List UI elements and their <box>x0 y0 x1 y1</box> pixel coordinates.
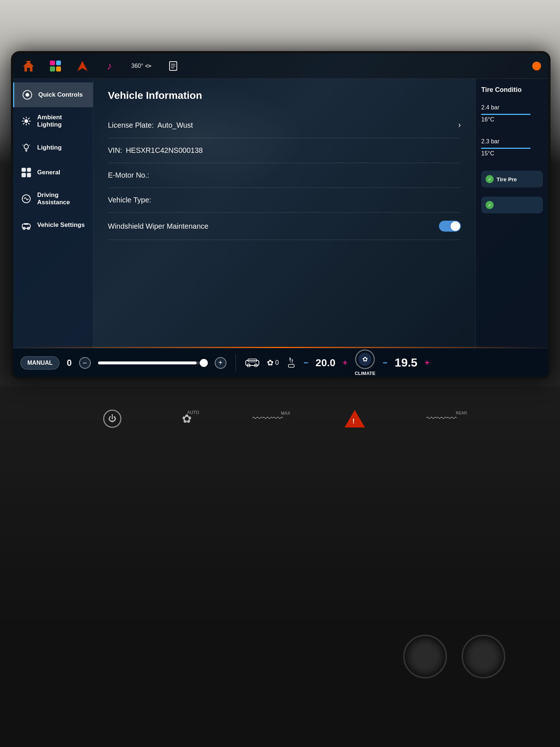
home-nav-icon[interactable] <box>20 58 36 74</box>
speed-slider-fill <box>98 361 197 364</box>
vehicle-type-label: Vehicle Type: <box>108 196 151 204</box>
lighting-icon <box>20 142 32 154</box>
svg-rect-34 <box>288 364 294 367</box>
tire-condition-title: Tire Conditio <box>481 86 543 94</box>
speed-slider[interactable] <box>98 361 207 364</box>
rear-defrost-button[interactable]: 〰〰〰 REAR <box>426 413 457 425</box>
license-plate-chevron-icon: › <box>458 120 461 130</box>
right-temp-increase-button[interactable]: + <box>425 358 429 368</box>
climate-dial-circle: ✿ <box>355 349 375 369</box>
climate-dial-inner: ✿ <box>358 353 372 366</box>
fan-auto-label: AUTO <box>187 410 199 415</box>
notification-area <box>532 62 541 70</box>
seat-heat-icon <box>286 356 296 369</box>
left-temp-increase-button[interactable]: + <box>343 358 347 368</box>
manual-mode-button[interactable]: MANUAL <box>20 356 59 369</box>
bottom-control-bar: MANUAL 0 − + <box>13 348 548 377</box>
svg-marker-3 <box>151 65 151 67</box>
page-title: Vehicle Information <box>108 90 461 101</box>
navigate-nav-icon[interactable] <box>74 58 90 74</box>
tire-reading-bottom-right: 2.3 bar 15°C <box>481 137 543 158</box>
sidebar-item-ambient-lighting[interactable]: Ambient Lighting <box>13 107 93 135</box>
tire-bar-value-2: 2.3 bar <box>481 137 543 146</box>
tire-second-check-icon: ✓ <box>486 201 494 209</box>
music-nav-icon[interactable]: ♪ <box>101 58 117 74</box>
music-note-icon: ♪ <box>107 60 112 72</box>
svg-marker-2 <box>77 61 88 71</box>
grid-shape <box>50 61 61 71</box>
hazard-button[interactable] <box>344 409 366 429</box>
speed-slider-handle[interactable] <box>200 359 208 367</box>
svg-point-10 <box>24 119 28 123</box>
general-icon <box>20 167 32 178</box>
quick-controls-icon <box>22 89 33 101</box>
sidebar-item-quick-controls[interactable]: Quick Controls <box>13 82 93 107</box>
sidebar-item-general[interactable]: General <box>13 160 93 185</box>
fan-speed-value: 0 <box>275 359 279 367</box>
svg-rect-21 <box>26 151 27 152</box>
climate-dial[interactable]: ✿ CLIMATE <box>355 349 376 376</box>
main-screen: ♪ 360° <box>11 51 551 379</box>
right-temp-value: 19.5 <box>395 356 417 369</box>
windshield-wiper-row[interactable]: Windshield Wiper Maintenance <box>108 213 461 240</box>
360-nav-icon[interactable]: 360° <box>128 58 154 74</box>
speed-decrease-button[interactable]: − <box>79 357 91 369</box>
sidebar-item-lighting[interactable]: Lighting <box>13 135 93 160</box>
speed-increase-button[interactable]: + <box>215 357 226 369</box>
tire-temp-value-1: 16°C <box>481 115 543 124</box>
screen-content: ♪ 360° <box>13 53 548 377</box>
windshield-wiper-toggle[interactable] <box>439 221 461 232</box>
svg-rect-1 <box>26 61 31 62</box>
car-icon-bottom <box>245 357 260 369</box>
right-temp-decrease-button[interactable]: − <box>383 358 388 368</box>
grid-nav-icon[interactable] <box>47 58 63 74</box>
sidebar-driving-assistance-label: Driving Assistance <box>37 191 86 206</box>
e-motor-row: E-Motor No.: <box>108 163 461 188</box>
rear-label: REAR <box>456 411 467 415</box>
vin-value: HESXR1C42NS000138 <box>126 146 203 155</box>
license-plate-value: Auto_Wust <box>158 121 193 129</box>
tire-condition-panel: Tire Conditio 2.4 bar 16°C 2.3 bar 15°C … <box>475 79 548 348</box>
hazard-triangle-icon <box>345 410 365 427</box>
top-nav-bar: ♪ 360° <box>13 53 548 79</box>
cupholder-right <box>462 635 505 678</box>
tire-temp-value-2: 15°C <box>481 149 543 158</box>
vehicle-settings-icon <box>20 220 32 231</box>
svg-marker-0 <box>23 61 34 71</box>
left-temp-decrease-button[interactable]: − <box>304 358 308 368</box>
svg-point-9 <box>26 93 29 97</box>
svg-line-18 <box>23 123 24 124</box>
tire-second-check-button[interactable]: ✓ <box>481 197 543 213</box>
windshield-wiper-label: Windshield Wiper Maintenance <box>108 222 209 231</box>
svg-line-16 <box>28 123 30 124</box>
sidebar-quick-controls-label: Quick Controls <box>38 91 83 98</box>
vin-row: VIN: HESXR1C42NS000138 <box>108 138 461 163</box>
svg-rect-29 <box>24 223 28 225</box>
360-text: 360° <box>131 63 143 69</box>
sidebar-lighting-label: Lighting <box>37 144 62 151</box>
notification-dot <box>532 62 541 70</box>
tire-pre-button[interactable]: ✓ Tire Pre <box>481 171 543 187</box>
sidebar-ambient-lighting-label: Ambient Lighting <box>37 114 86 129</box>
grid-cell-1 <box>50 61 55 66</box>
license-plate-row[interactable]: License Plate: Auto_Wust › <box>108 112 461 138</box>
left-temp-value: 20.0 <box>316 357 336 369</box>
driving-assistance-icon <box>20 193 32 205</box>
svg-rect-20 <box>25 150 27 151</box>
power-button[interactable]: ⏻ <box>103 410 121 428</box>
sidebar-item-driving-assistance[interactable]: Driving Assistance <box>13 185 93 213</box>
svg-line-17 <box>28 118 30 119</box>
document-nav-icon[interactable] <box>165 58 181 74</box>
grid-cell-2 <box>56 61 61 66</box>
fan-control: ✿ 0 <box>267 358 279 368</box>
general-grid-icon <box>22 168 31 177</box>
fan-auto-button[interactable]: ✿ AUTO <box>182 412 192 426</box>
main-content-area: Quick Controls <box>13 79 548 348</box>
fan-max-button[interactable]: 〰〰〰 MAX <box>252 413 283 425</box>
sidebar-general-label: General <box>37 169 60 176</box>
physical-controls-panel: ⏻ ✿ AUTO 〰〰〰 MAX 〰〰〰 REAR <box>0 387 560 747</box>
sidebar-item-vehicle-settings[interactable]: Vehicle Settings <box>13 213 93 238</box>
vehicle-type-row: Vehicle Type: <box>108 188 461 213</box>
svg-line-23 <box>23 145 23 146</box>
fan-icon: ✿ <box>267 358 273 368</box>
